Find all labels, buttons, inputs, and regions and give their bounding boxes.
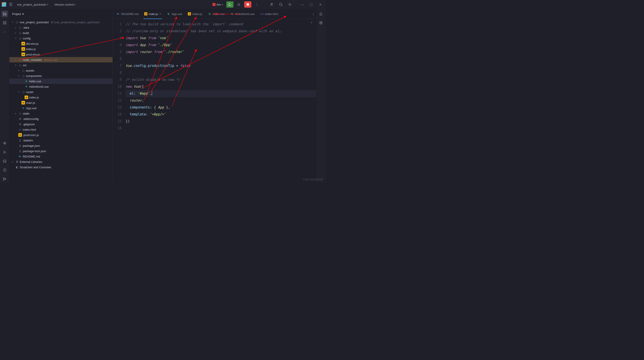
tree-item-index-js[interactable]: JSindex.js [10,46,112,52]
code-with-me-button[interactable] [268,1,276,8]
close-window-button[interactable]: ✕ [317,1,324,8]
rerun-button[interactable] [226,1,234,8]
expand-arrow-icon: ▾ [12,21,14,23]
chevron-down-icon: ▾ [74,3,76,6]
code-line-8[interactable] [126,69,316,76]
editor-tab-index-js[interactable]: JSindex.js [185,9,205,19]
tree-item-Hello-vue[interactable]: VHello.vue [10,79,112,84]
line-gutter: 12345678910111213141516 [113,19,126,182]
stop-button[interactable] [244,1,251,8]
tree-item-HelloWorld-vue[interactable]: VHelloWorld.vue [10,84,112,89]
tree-item-label: build [23,31,29,35]
tab-more-button[interactable]: ⋮ [312,12,315,16]
tree-item-label: main.js [26,101,35,105]
tree-item-index-js[interactable]: JSindex.js [10,95,112,100]
code-line-16[interactable] [126,125,316,132]
structure-tool-button[interactable] [2,20,8,26]
vcs-dropdown[interactable]: Version control ▾ [52,3,77,6]
tree-item-package-lock-json[interactable]: {}package-lock.json [10,148,112,154]
ide-logo [2,2,6,7]
services-tool-button[interactable] [2,140,8,146]
editor-tab-index-html[interactable]: <>index.html [258,9,281,19]
tree-root-path: D:\vue_project\vue_project_quickstart [51,21,100,24]
code-line-14[interactable]: template: '<App/>' [126,111,316,118]
svg-rect-1 [247,3,249,6]
vcs-tool-button[interactable] [2,176,8,182]
code-line-5[interactable]: import router from './router' [126,49,316,56]
tree-item-dev-env-js[interactable]: JSdev.env.js [10,41,112,46]
run-tool-button[interactable] [2,149,8,155]
tree-item-assets[interactable]: ▸▢assets [10,68,112,73]
project-tree[interactable]: ▾ ▢ vue_project_quickstart D:\vue_projec… [10,19,112,182]
close-tab-icon[interactable]: × [159,12,161,16]
tree-item-package-json[interactable]: {}package.json [10,143,112,148]
tree-item-main-js[interactable]: JSmain.js [10,100,112,105]
tree-item--idea[interactable]: ▸▢.idea [10,25,112,30]
editor-tab-main-js[interactable]: JSmain.js× [142,9,164,19]
code-content[interactable]: // The Vue build version to load with th… [126,19,316,182]
tree-root[interactable]: ▾ ▢ vue_project_quickstart D:\vue_projec… [10,20,112,25]
problems-tool-button[interactable] [2,167,8,173]
folder-icon: ▢ [18,31,22,35]
tree-item-label: prod.env.js [26,53,40,56]
code-line-10[interactable]: new Vue({ [126,83,316,90]
tree-item-build[interactable]: ▸▢build [10,30,112,36]
editor-tab-README-md[interactable]: M↓README.md [114,9,141,19]
notifications-button[interactable] [318,11,324,17]
project-panel-header[interactable]: Project ▾ [10,9,112,19]
expand-arrow-icon: ▸ [15,27,18,29]
tree-item-components[interactable]: ▾▢components [10,73,112,79]
editor-tab-Hello-vue[interactable]: VHello.vue [205,9,227,19]
editor-tab-HelloWorld-vue[interactable]: VHelloWorld.vue [228,9,258,19]
project-tool-button[interactable] [2,11,8,17]
terminal-tool-button[interactable] [2,158,8,164]
code-line-3[interactable]: import Vue from 'vue' [126,35,316,42]
code-line-12[interactable]: router, [126,97,316,104]
code-line-9[interactable]: /* eslint-disable no-new */ [126,76,316,83]
search-button[interactable] [277,1,284,8]
run-config-dropdown[interactable]: dev ▾ [211,3,224,7]
chevron-down-icon: ▾ [22,12,24,16]
npm-icon [212,3,216,6]
code-line-4[interactable]: import App from './App' [126,42,316,49]
expand-arrow-icon: ▸ [18,69,20,72]
editor-tab-App-vue[interactable]: VApp.vue [164,9,185,19]
more-actions-button[interactable]: ⋮ [253,1,260,8]
tree-item--editorconfig[interactable]: ⚙.editorconfig [10,116,112,122]
code-line-13[interactable]: components: { App }, [126,104,316,111]
tree-item-static[interactable]: ▸▢static [10,111,112,116]
tree-item--babelrc[interactable]: {}.babelrc [10,138,112,143]
code-line-15[interactable]: }) [126,118,316,125]
debug-button[interactable] [235,1,242,8]
tree-item--postcssrc-js[interactable]: JS.postcssrc.js [10,132,112,138]
folder-icon: ▢ [15,20,19,24]
more-tool-button[interactable]: ⋯ [2,29,8,35]
code-line-7[interactable]: Vue.config.productionTip = false [126,63,316,69]
tree-item-router[interactable]: ▾▢router [10,89,112,95]
project-dropdown[interactable]: vue_project_quickstart ▾ [15,3,50,6]
scratches[interactable]: ◧ Scratches and Consoles [10,164,112,170]
tree-item-node_modules[interactable]: ▸▢node_moduleslibrary root [10,57,112,63]
tree-item-App-vue[interactable]: VApp.vue [10,105,112,111]
tree-item-README-md[interactable]: M↓README.md [10,154,112,159]
maximize-button[interactable]: ▢ [308,1,315,8]
main-menu-button[interactable]: ☰ [9,2,12,7]
tree-item-index-html[interactable]: <>index.html [10,127,112,132]
code-line-6[interactable] [126,56,316,63]
code-line-11[interactable]: el: '#app', [126,90,316,97]
database-button[interactable] [318,20,324,26]
editor-body[interactable]: ✓ 12345678910111213141516 // The Vue bui… [113,19,316,182]
settings-button[interactable] [286,1,294,8]
tree-item--gitignore[interactable]: ⚙.gitignore [10,122,112,127]
folder-icon: ▢ [18,26,22,29]
minimize-button[interactable]: — [299,1,306,8]
code-line-2[interactable]: // (runtime-only or standalone) has been… [126,28,316,35]
tree-item-src[interactable]: ▾▢src [10,63,112,68]
code-line-1[interactable]: // The Vue build version to load with th… [126,21,316,28]
tree-item-prod-env-js[interactable]: JSprod.env.js [10,52,112,57]
external-libraries[interactable]: ▸ ⌘ External Libraries [10,159,112,164]
svg-rect-7 [3,23,4,24]
tree-item-label: App.vue [26,107,37,110]
tree-item-config[interactable]: ▾▢config [10,36,112,41]
json-icon: {} [18,139,22,142]
